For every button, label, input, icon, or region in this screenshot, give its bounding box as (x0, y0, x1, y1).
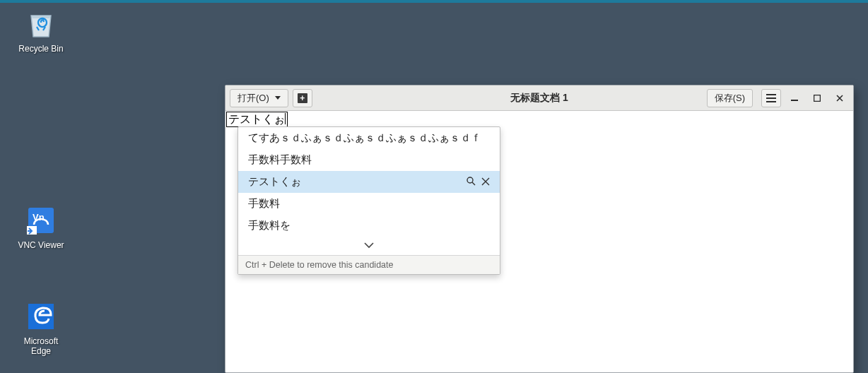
ime-candidate-popup: てすあｓｄふぁｓｄふぁｓｄふぁｓｄふぁｓｄｆ 手数料手数料 テストくぉ 手数料 … (237, 126, 500, 275)
desktop-icon-label: Microsoft Edge (14, 336, 68, 356)
minimize-button[interactable] (785, 89, 804, 107)
close-icon (836, 95, 843, 102)
open-button-label: 打开(O) (237, 92, 269, 105)
desktop-icon-label: VNC Viewer (14, 240, 68, 250)
ime-candidate[interactable]: てすあｓｄふぁｓｄふぁｓｄふぁｓｄふぁｓｄｆ (238, 127, 500, 149)
search-icon[interactable] (466, 176, 476, 188)
ime-candidate[interactable]: 手数料手数料 (238, 149, 500, 171)
chevron-down-icon (275, 96, 281, 100)
save-button-label: 保存(S) (715, 92, 745, 105)
hamburger-icon (766, 94, 776, 102)
titlebar[interactable]: 打开(O) + 无标题文档 1 保存(S) (225, 85, 853, 111)
chevron-down-icon (363, 241, 375, 249)
close-button[interactable] (831, 89, 849, 107)
svg-rect-6 (766, 101, 776, 102)
desktop-icon-vnc-viewer[interactable]: Vn VNC Viewer (14, 203, 68, 250)
svg-line-10 (472, 182, 475, 185)
save-button[interactable]: 保存(S) (707, 89, 753, 107)
desktop-icon-microsoft-edge[interactable]: Microsoft Edge (14, 300, 68, 356)
ime-candidate[interactable]: 手数料 (238, 193, 500, 215)
maximize-icon (814, 95, 821, 102)
open-button[interactable]: 打开(O) (230, 89, 288, 107)
svg-rect-4 (766, 94, 776, 95)
edge-icon (24, 300, 58, 333)
svg-rect-7 (791, 100, 798, 101)
ime-candidate[interactable]: 手数料を (238, 215, 500, 237)
minimize-icon (791, 95, 798, 102)
plus-icon: + (298, 93, 307, 103)
svg-rect-5 (766, 97, 776, 99)
text-cursor (285, 113, 286, 124)
ime-hint: Ctrl + Delete to remove this candidate (238, 255, 500, 274)
svg-point-9 (467, 177, 473, 183)
ime-composition[interactable]: テストくぉ (226, 112, 288, 127)
remove-candidate-icon[interactable] (481, 177, 490, 188)
ime-candidate-selected[interactable]: テストくぉ (238, 171, 500, 193)
desktop-icon-recycle-bin[interactable]: Recycle Bin (14, 7, 68, 54)
maximize-button[interactable] (808, 89, 826, 107)
svg-text:Vn: Vn (33, 212, 45, 223)
vnc-icon: Vn (24, 203, 58, 237)
svg-rect-8 (814, 95, 821, 101)
hamburger-menu-button[interactable] (761, 89, 781, 107)
ime-more-candidates[interactable] (238, 237, 500, 255)
recycle-bin-icon (24, 7, 58, 41)
desktop-icon-label: Recycle Bin (14, 44, 68, 54)
new-tab-button[interactable]: + (293, 89, 312, 107)
